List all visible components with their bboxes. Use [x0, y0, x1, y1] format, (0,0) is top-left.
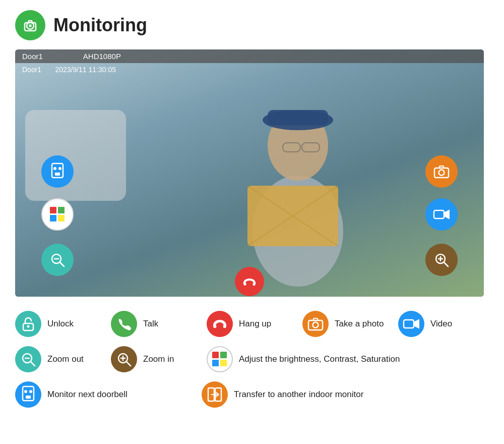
photo-video-button[interactable] [425, 155, 458, 188]
zoom-out-legend-icon [15, 346, 41, 372]
adjust-label: Adjust the brightness, Contrast, Saturat… [239, 354, 400, 364]
legend-item-transfer: Transfer to another indoor monitor [202, 381, 373, 408]
video-top-bar: Door1 AHD1080P [15, 49, 484, 63]
page-header: Monitoring [15, 10, 489, 40]
svg-rect-55 [26, 396, 31, 399]
svg-rect-19 [58, 215, 65, 221]
svg-line-43 [31, 362, 35, 366]
svg-rect-25 [434, 210, 444, 218]
legend-row-1: Unlock Talk Hang up [15, 311, 489, 337]
video-legend-icon [398, 311, 424, 337]
video-sublabel: Door1 2023/9/11 11:30:05 [22, 66, 116, 74]
person-silhouette [217, 85, 379, 297]
transfer-label: Transfer to another indoor monitor [234, 390, 363, 400]
talk-legend-icon [111, 311, 137, 337]
svg-rect-6 [268, 110, 328, 125]
svg-point-53 [24, 390, 27, 393]
video-label: Video [430, 319, 452, 329]
zoom-in-label: Zoom in [143, 354, 174, 364]
unlock-label: Unlock [47, 319, 74, 329]
svg-rect-48 [212, 352, 219, 358]
legend-row-3: Monitor next doorbell Transfer to anothe… [15, 381, 489, 408]
unlock-legend-icon [15, 311, 41, 337]
legend-item-video: Video [398, 311, 494, 337]
legend-item-photo: Take a photo [302, 311, 398, 337]
svg-line-47 [127, 362, 131, 366]
legend-section: Unlock Talk Hang up [15, 311, 489, 408]
svg-point-24 [439, 170, 445, 176]
sub-door-label: Door1 [22, 66, 41, 74]
legend-row-2: Zoom out Zoom in [15, 346, 489, 372]
svg-rect-17 [58, 207, 65, 213]
svg-rect-50 [212, 360, 219, 366]
adjust-video-button[interactable] [41, 198, 74, 231]
next-doorbell-label: Monitor next doorbell [47, 390, 128, 400]
transfer-legend-icon [202, 381, 228, 408]
zoom-out-video-button[interactable] [41, 244, 74, 276]
svg-point-35 [27, 325, 30, 328]
svg-rect-18 [50, 215, 56, 221]
svg-rect-51 [220, 360, 227, 366]
svg-point-2 [29, 24, 32, 27]
svg-line-22 [60, 262, 64, 266]
legend-item-unlock: Unlock [15, 311, 111, 337]
svg-rect-49 [220, 352, 227, 358]
photo-label: Take a photo [335, 319, 384, 329]
zoom-out-label: Zoom out [47, 354, 84, 364]
zoom-in-video-button[interactable] [425, 244, 458, 276]
talk-label: Talk [143, 319, 158, 329]
next-doorbell-video-button[interactable] [41, 155, 74, 188]
datetime-label: 2023/9/11 11:30:05 [55, 66, 116, 74]
adjust-legend-icon [207, 346, 233, 372]
hangup-label: Hang up [239, 319, 271, 329]
legend-item-next-doorbell: Monitor next doorbell [15, 381, 202, 408]
svg-rect-15 [55, 173, 60, 176]
photo-legend-icon [302, 311, 329, 337]
page-title: Monitoring [53, 15, 147, 36]
hangup-video-button[interactable] [235, 267, 264, 296]
door-label: Door1 [22, 52, 43, 61]
legend-item-talk: Talk [111, 311, 207, 337]
svg-point-39 [313, 322, 319, 328]
legend-item-zoom-out: Zoom out [15, 346, 111, 372]
legend-item-hangup: Hang up [207, 311, 302, 337]
camera-icon [22, 17, 39, 34]
video-feed: Door1 AHD1080P Door1 2023/9/11 11:30:05 [15, 49, 484, 297]
van-shape [25, 110, 126, 201]
svg-rect-16 [50, 207, 56, 213]
svg-point-14 [58, 167, 61, 170]
svg-line-29 [444, 262, 448, 266]
svg-point-54 [29, 390, 32, 393]
svg-point-13 [53, 167, 56, 170]
next-doorbell-legend-icon [15, 381, 41, 408]
resolution-label: AHD1080P [83, 52, 121, 61]
video-record-button[interactable] [425, 198, 458, 231]
legend-item-adjust: Adjust the brightness, Contrast, Saturat… [207, 346, 400, 372]
svg-rect-40 [404, 320, 414, 328]
hangup-legend-icon [207, 311, 233, 337]
zoom-in-legend-icon [111, 346, 137, 372]
legend-item-zoom-in: Zoom in [111, 346, 207, 372]
header-icon-circle [15, 10, 45, 40]
